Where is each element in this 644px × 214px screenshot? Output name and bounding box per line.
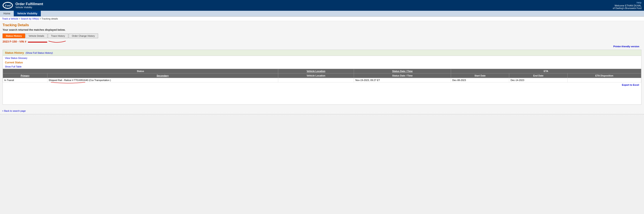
- view-glossary-link[interactable]: View Status Glossary: [3, 56, 30, 60]
- annotation-curve: [48, 41, 66, 43]
- primary-header: Primary: [3, 74, 48, 78]
- printer-friendly-link[interactable]: Printer-friendly version: [613, 45, 639, 48]
- status-history-header: Status History (Show Full Status History…: [3, 50, 641, 56]
- cell-primary: In Transit: [3, 78, 48, 83]
- tab-trace-history[interactable]: Trace History: [48, 34, 68, 38]
- cell-end-date: Dec-14-2023: [509, 78, 568, 83]
- start-date-header: Start Date: [451, 74, 509, 78]
- header-right: Help Welcome ETHAN DUVAL of Darling's Br…: [613, 1, 642, 10]
- status-date-time-header: Status Date / Time: [354, 69, 451, 74]
- secondary-header: Secondary: [47, 74, 278, 78]
- status-group-header: Status: [3, 69, 278, 74]
- header-left: Ford Order Fulfillment Vehicle Visibilit…: [2, 2, 43, 9]
- breadcrumb-current: Tracking details: [42, 18, 58, 20]
- tab-status-history[interactable]: Status History: [2, 34, 25, 38]
- status-table: Status Vehicle Location Status Date / Ti…: [3, 69, 641, 83]
- end-date-header: End Date: [509, 74, 568, 78]
- eta-disposition-header: ETA Disposition: [568, 74, 641, 78]
- show-full-status-link[interactable]: (Show Full Status History): [26, 52, 53, 54]
- cell-secondary: Shipped Rail - Railcar # TTGX851640 (Csx…: [47, 78, 278, 83]
- search-info: Your search returned the matches display…: [2, 28, 642, 31]
- cell-vehicle-location: [278, 78, 354, 83]
- vehicle-text: 2023 F-150 - VIN #: [2, 40, 26, 43]
- nav-vehicle-visibility[interactable]: Vehicle Visibility: [14, 11, 41, 16]
- breadcrumb-track[interactable]: Track a Vehicle: [2, 18, 18, 20]
- app-subtitle: Vehicle Visibility: [16, 6, 43, 9]
- vehicle-label: 2023 F-150 - VIN #: [2, 40, 642, 43]
- current-status-label: Current Status: [3, 60, 641, 65]
- status-date-time-sub-header: Status Date / Time: [354, 74, 451, 78]
- bottom-divider: [0, 114, 644, 114]
- back-row: < Back to search page: [0, 108, 644, 114]
- export-row: Export to Excel: [3, 83, 641, 87]
- help-link[interactable]: Help: [613, 1, 642, 4]
- welcome-line2: of Darling's Brunswick Ford: [613, 7, 642, 10]
- cell-eta-disposition: [568, 78, 641, 83]
- tabs-bar: Status History Vehicle Details Trace His…: [2, 34, 642, 38]
- panel-spacer: [3, 87, 641, 104]
- export-excel-link[interactable]: Export to Excel: [622, 84, 639, 86]
- view-glossary-row: View Status Glossary: [3, 56, 641, 60]
- svg-text:Ford: Ford: [5, 4, 11, 7]
- breadcrumb: Track a Vehicle > Search by VIN(s) > Tra…: [0, 17, 644, 21]
- page-header: Ford Order Fulfillment Vehicle Visibilit…: [0, 0, 644, 11]
- back-to-search-link[interactable]: < Back to search page: [2, 110, 26, 112]
- header-title: Order Fulfillment Vehicle Visibility: [16, 2, 43, 9]
- table-row: In Transit Shipped Rail - Railcar # TTGX…: [3, 78, 641, 83]
- eta-group-header: ETA: [451, 69, 641, 74]
- status-history-panel: Status History (Show Full Status History…: [2, 50, 642, 105]
- nav-home[interactable]: Home: [0, 11, 14, 16]
- breadcrumb-search[interactable]: Search by VIN(s): [21, 18, 39, 20]
- tab-order-change-history[interactable]: Order Change History: [69, 34, 98, 38]
- cell-start-date: Dec-08-2023: [451, 78, 509, 83]
- cell-status-date-time: Nov-19-2023, 09:27 ET: [354, 78, 451, 83]
- main-content: Tracking Details Your search returned th…: [0, 21, 644, 108]
- welcome-line1: Welcome ETHAN DUVAL: [613, 4, 642, 7]
- nav-bar: Home Vehicle Visibility: [0, 11, 644, 17]
- status-history-title: Status History: [5, 51, 24, 54]
- show-full-table-row: Show Full Table: [3, 65, 641, 69]
- vehicle-location-sub-header: Vehicle Location: [278, 74, 354, 78]
- ford-logo: Ford: [2, 2, 13, 9]
- show-full-table-link[interactable]: Show Full Table: [3, 65, 24, 69]
- vin-redacted: [28, 42, 47, 43]
- printer-row: Printer-friendly version: [2, 44, 642, 49]
- page-title: Tracking Details: [2, 23, 642, 27]
- app-title: Order Fulfillment: [16, 2, 43, 6]
- vehicle-location-header: Vehicle Location: [278, 69, 354, 74]
- tab-vehicle-details[interactable]: Vehicle Details: [26, 34, 48, 38]
